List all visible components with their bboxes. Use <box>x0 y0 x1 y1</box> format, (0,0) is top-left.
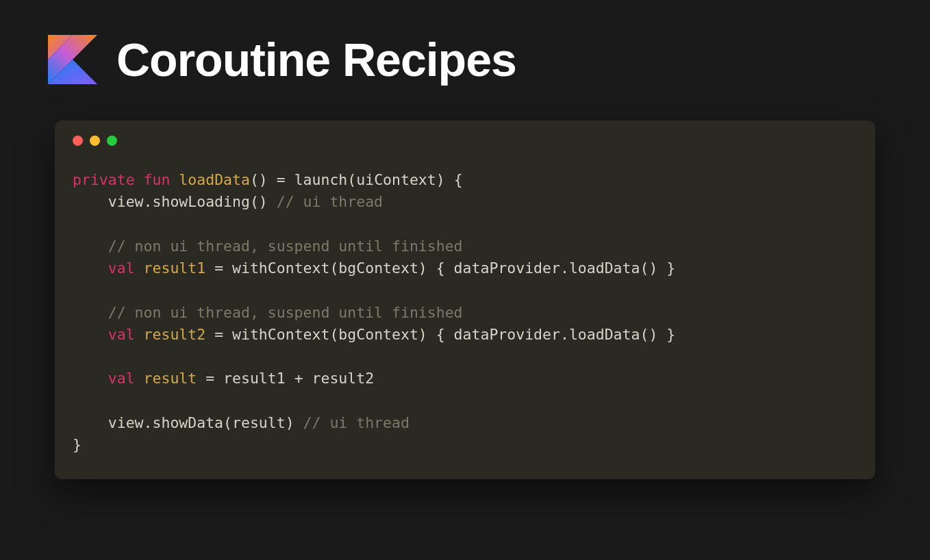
code-text: = withContext(bgContext) { dataProvider.… <box>205 259 675 277</box>
page-title: Coroutine Recipes <box>116 33 516 86</box>
maximize-icon[interactable] <box>107 136 117 146</box>
keyword: val <box>108 326 135 343</box>
keyword: private <box>73 171 135 188</box>
minimize-icon[interactable] <box>90 136 100 146</box>
close-icon[interactable] <box>73 136 83 146</box>
variable: result1 <box>144 259 206 277</box>
code-window: private fun loadData() = launch(uiContex… <box>55 120 875 479</box>
code-text: } <box>73 436 81 453</box>
code-text: () = launch(uiContext) { <box>250 171 463 188</box>
keyword: val <box>108 259 135 277</box>
code-text: view.showData(result) <box>73 414 303 431</box>
comment: // non ui thread, suspend until finished <box>73 238 463 255</box>
variable: result2 <box>144 326 206 343</box>
keyword: val <box>108 370 135 387</box>
comment: // ui thread <box>303 414 410 431</box>
keyword: fun <box>144 171 171 188</box>
window-controls <box>55 120 875 153</box>
code-text: view.showLoading() <box>73 193 277 210</box>
header: Coroutine Recipes <box>0 0 930 100</box>
code-text: = withContext(bgContext) { dataProvider.… <box>205 326 675 343</box>
comment: // ui thread <box>277 193 383 210</box>
comment: // non ui thread, suspend until finished <box>73 304 463 321</box>
kotlin-logo-icon <box>48 35 97 84</box>
function-name: loadData <box>179 171 250 188</box>
code-block: private fun loadData() = launch(uiContex… <box>55 153 875 479</box>
variable: result <box>144 370 197 387</box>
code-text: = result1 + result2 <box>197 370 374 387</box>
